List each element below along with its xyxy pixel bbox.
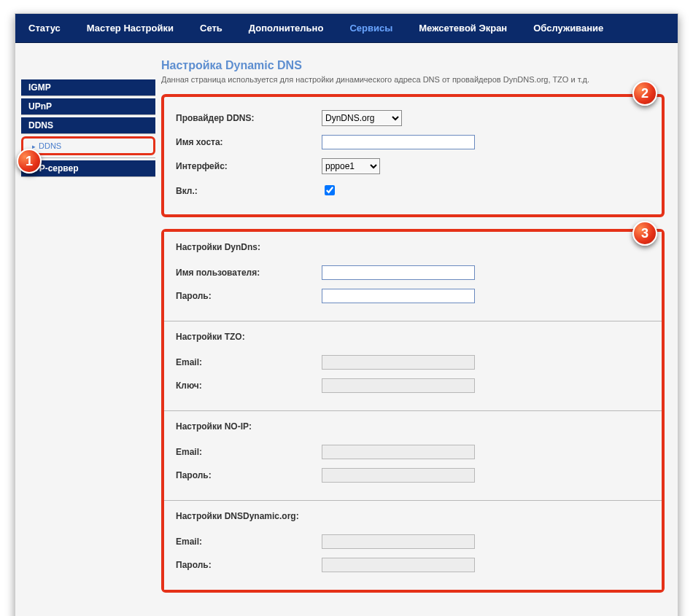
page-description: Данная страница используется для настрой… <box>161 75 665 84</box>
section-noip: Настройки NO-IP: Email: Пароль: <box>164 411 662 501</box>
select-interface[interactable]: pppoe1 <box>322 158 380 174</box>
input-dnsd-pass <box>322 558 475 572</box>
top-nav: Статус Мастер Настройки Сеть Дополнитель… <box>15 14 678 43</box>
label-enable: Вкл.: <box>176 179 322 203</box>
panel-ddns-main: Провайдер DDNS: DynDNS.org Имя хоста: <box>161 94 665 217</box>
panel-provider-settings: Настройки DynDns: Имя пользователя: Паро… <box>161 229 665 593</box>
label-tzo-key: Ключ: <box>176 374 322 397</box>
checkbox-enable[interactable] <box>325 185 335 195</box>
nav-wizard[interactable]: Мастер Настройки <box>74 14 187 43</box>
label-dnsd-pass: Пароль: <box>176 553 322 577</box>
label-dyndns-user: Имя пользователя: <box>176 261 322 284</box>
section-title-noip: Настройки NO-IP: <box>176 421 650 432</box>
sidebar: IGMP UPnP DDNS DDNS FTP-сервер <box>15 43 161 616</box>
input-tzo-email <box>322 355 475 370</box>
nav-services[interactable]: Сервисы <box>336 14 406 43</box>
label-dyndns-pass: Пароль: <box>176 284 322 308</box>
nav-status[interactable]: Статус <box>15 14 74 43</box>
label-noip-pass: Пароль: <box>176 464 322 487</box>
input-noip-email <box>322 445 475 459</box>
label-hostname: Имя хоста: <box>176 130 322 154</box>
form-main: Провайдер DDNS: DynDNS.org Имя хоста: <box>176 106 650 203</box>
nav-firewall[interactable]: Межсетевой Экран <box>406 14 520 43</box>
sidebar-item-igmp[interactable]: IGMP <box>21 79 155 96</box>
section-title-dyndns: Настройки DynDns: <box>176 242 650 252</box>
label-tzo-email: Email: <box>176 351 322 374</box>
sidebar-sub-ddns[interactable]: DDNS <box>21 136 155 155</box>
section-title-tzo: Настройки TZO: <box>176 332 650 342</box>
annotation-badge-2: 2 <box>632 81 657 106</box>
nav-network[interactable]: Сеть <box>187 14 236 43</box>
section-dyndns: Настройки DynDns: Имя пользователя: Паро… <box>164 232 662 321</box>
input-dnsd-email <box>322 534 475 549</box>
input-noip-pass <box>322 468 475 483</box>
section-dnsdynamic: Настройки DNSDynamic.org: Email: Пароль: <box>164 501 662 590</box>
label-interface: Интерфейс: <box>176 154 322 179</box>
label-noip-email: Email: <box>176 440 322 464</box>
app-shell: 1 2 3 Статус Мастер Настройки Сеть Допол… <box>15 13 678 616</box>
input-dyndns-pass[interactable] <box>322 289 475 303</box>
page-title: Настройка Dynamic DNS <box>161 59 665 72</box>
sidebar-item-upnp[interactable]: UPnP <box>21 98 155 115</box>
select-provider[interactable]: DynDNS.org <box>322 110 402 126</box>
label-provider: Провайдер DDNS: <box>176 106 322 130</box>
input-dyndns-user[interactable] <box>322 265 475 280</box>
annotation-badge-1: 1 <box>17 149 42 174</box>
content-area: Настройка Dynamic DNS Данная страница ис… <box>161 43 678 616</box>
input-hostname[interactable] <box>322 135 475 149</box>
section-title-dnsdynamic: Настройки DNSDynamic.org: <box>176 511 650 521</box>
input-tzo-key <box>322 378 475 393</box>
sidebar-item-ddns[interactable]: DDNS <box>21 117 155 134</box>
nav-advanced[interactable]: Дополнительно <box>236 14 337 43</box>
annotation-badge-3: 3 <box>632 221 657 246</box>
label-dnsd-email: Email: <box>176 530 322 553</box>
nav-maintenance[interactable]: Обслуживание <box>520 14 616 43</box>
section-tzo: Настройки TZO: Email: Ключ: <box>164 321 662 411</box>
